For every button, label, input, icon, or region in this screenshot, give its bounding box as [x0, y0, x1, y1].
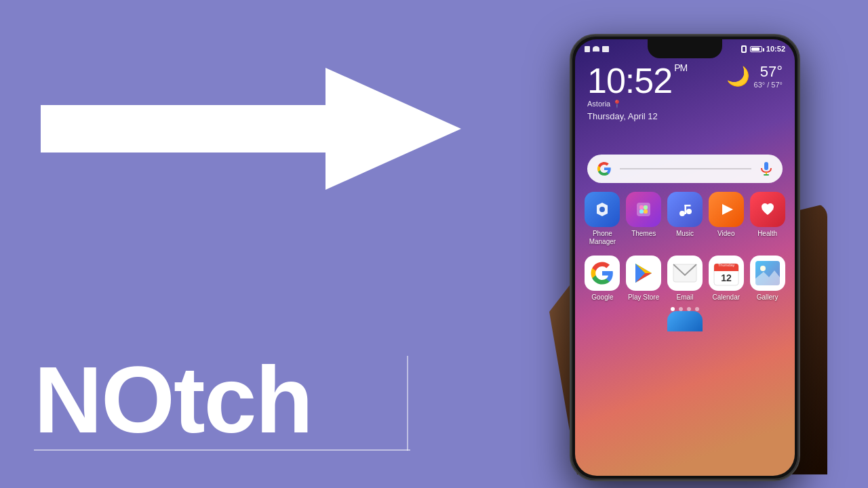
gallery-icon [750, 256, 785, 291]
svg-rect-8 [639, 209, 644, 214]
app-play-store[interactable]: Play Store [625, 256, 663, 302]
search-cursor [620, 168, 751, 169]
app-video[interactable]: Video [707, 192, 745, 246]
weather-info: 57° 63° / 57° [754, 63, 783, 89]
google-icon [585, 256, 620, 291]
mic-icon [760, 162, 773, 176]
app-music[interactable]: Music [666, 192, 704, 246]
status-time: 10:52 [766, 45, 785, 53]
weather-range: 63° / 57° [754, 81, 783, 89]
google-g-icon [597, 161, 612, 176]
svg-rect-5 [637, 203, 650, 216]
location-text: Astoria [587, 100, 610, 108]
wifi-icon [593, 46, 599, 52]
music-label: Music [676, 230, 694, 238]
svg-rect-13 [684, 205, 690, 207]
weather-icon: 🌙 [726, 65, 750, 87]
signal-icon [602, 46, 609, 52]
email-icon [667, 256, 703, 291]
right-arrow-icon [41, 68, 461, 190]
svg-rect-9 [644, 205, 648, 209]
svg-rect-6 [639, 205, 644, 209]
google-label: Google [591, 293, 613, 302]
clock-date: Thursday, April 12 [587, 111, 687, 121]
play-store-icon [626, 256, 661, 291]
phone-manager-icon [585, 192, 620, 227]
clock-time: 10:52PM [587, 63, 687, 98]
phone-frame: 10:52 10:52PM Astoria 📍 Thursday, April … [570, 34, 800, 481]
clock-location: Astoria 📍 [587, 100, 687, 108]
svg-point-10 [679, 211, 685, 216]
svg-point-11 [686, 209, 692, 214]
rect-outline-bottom [34, 449, 410, 451]
themes-label: Themes [631, 230, 656, 238]
dot-3 [687, 307, 691, 311]
app-health[interactable]: Health [749, 192, 787, 246]
search-bar[interactable] [587, 155, 783, 183]
svg-text:12: 12 [721, 272, 732, 283]
calendar-icon: 12 Thursday [709, 256, 744, 291]
app-row-1: PhoneManager Themes Music [582, 192, 788, 246]
dot-1 [671, 307, 675, 311]
health-label: Health [757, 230, 777, 238]
weather-temp: 57° [754, 63, 783, 81]
gallery-label: Gallery [757, 293, 778, 302]
clock-time-value: 10:52 [587, 61, 672, 100]
weather-widget: 🌙 57° 63° / 57° [726, 63, 783, 89]
svg-rect-7 [644, 209, 648, 214]
status-left-icons [585, 46, 609, 52]
vibrate-icon [741, 45, 747, 53]
dot-2 [679, 307, 683, 311]
app-phone-manager[interactable]: PhoneManager [583, 192, 621, 246]
dot-4 [695, 307, 699, 311]
svg-point-28 [760, 266, 766, 271]
page-dots [582, 307, 788, 311]
app-gallery[interactable]: Gallery [749, 256, 787, 302]
battery-icon [750, 46, 762, 52]
svg-marker-0 [41, 68, 461, 190]
app-calendar[interactable]: 12 Thursday Calendar [707, 256, 745, 302]
app-row-partial [582, 311, 788, 331]
themes-icon [626, 192, 661, 227]
play-store-label: Play Store [628, 293, 659, 302]
notch-headline: NOtch [34, 352, 312, 447]
status-right: 10:52 [741, 45, 785, 53]
app-row-2: Google [582, 256, 788, 302]
clock-ampm: PM [674, 62, 687, 73]
clock-area: 10:52PM Astoria 📍 Thursday, April 12 🌙 5… [587, 63, 783, 121]
phone-manager-label: PhoneManager [589, 230, 616, 246]
music-icon [667, 192, 703, 227]
headline-text: NOtch [34, 346, 312, 453]
svg-point-4 [599, 207, 605, 212]
video-label: Video [717, 230, 734, 238]
phone-wrapper: 10:52 10:52PM Astoria 📍 Thursday, April … [536, 14, 827, 474]
app-themes[interactable]: Themes [625, 192, 663, 246]
app-email[interactable]: Email [666, 256, 704, 302]
clock-main: 10:52PM Astoria 📍 Thursday, April 12 [587, 63, 687, 121]
partial-icon-1 [667, 311, 703, 331]
app-partial-1 [666, 311, 704, 331]
health-icon [750, 192, 785, 227]
svg-marker-14 [722, 204, 733, 215]
svg-text:Thursday: Thursday [717, 263, 734, 267]
phone-notch [648, 39, 722, 58]
svg-rect-23 [714, 268, 738, 271]
email-label: Email [676, 293, 693, 302]
arrow-container [34, 54, 468, 203]
app-grid: PhoneManager Themes Music [582, 192, 788, 331]
svg-rect-3 [764, 174, 769, 176]
video-icon [709, 192, 744, 227]
lock-icon [585, 46, 590, 52]
app-google[interactable]: Google [583, 256, 621, 302]
calendar-label: Calendar [712, 293, 740, 302]
phone-screen: 10:52 10:52PM Astoria 📍 Thursday, April … [575, 39, 795, 476]
svg-rect-1 [764, 162, 768, 170]
rect-outline-side [407, 356, 408, 451]
